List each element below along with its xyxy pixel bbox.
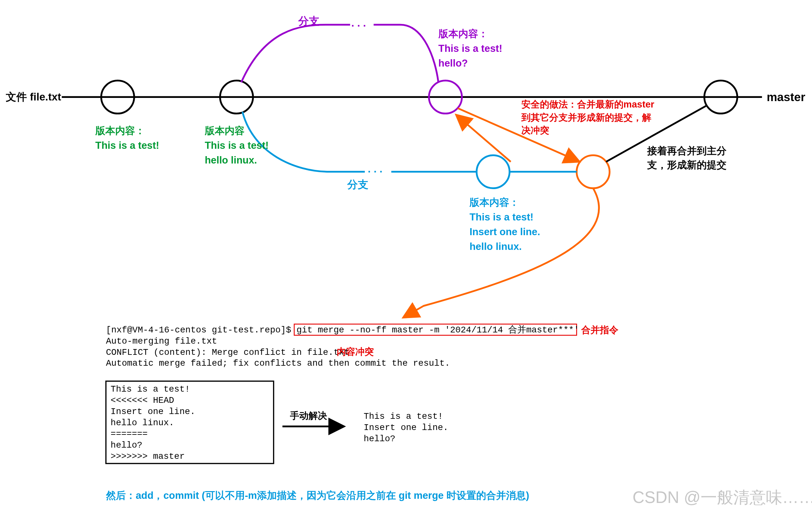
arrow-merge-up <box>456 115 511 161</box>
master-label: master <box>766 91 805 104</box>
diagram-svg: · · · 分支 · · · 分支 文件 file.txt master 版本内… <box>0 0 812 518</box>
safe-note-3: 决冲突 <box>521 125 549 135</box>
footer-text: 然后：add，commit (可以不用-m添加描述，因为它会沿用之前在 git … <box>106 490 529 501</box>
ellipsis-top: · · · <box>351 20 366 32</box>
watermark: CSDN @一般清意味…… <box>633 488 812 507</box>
res-l1: This is a test! <box>364 412 443 421</box>
term-cmd: git merge --no-ff master -m '2024/11/14 … <box>297 325 579 335</box>
c2-l1: This is a test! <box>205 140 269 151</box>
file-label: 文件 file.txt <box>6 91 61 103</box>
res-l2: Insert one line. <box>364 423 448 433</box>
cf-l6: hello? <box>111 440 142 450</box>
branch-bottom-label: 分支 <box>347 179 368 190</box>
c1-title: 版本内容： <box>95 125 145 136</box>
c4-l3: hello linux. <box>469 241 522 252</box>
c2-l2: hello linux. <box>205 155 257 166</box>
cf-l5: ======= <box>111 429 148 439</box>
c4-l2: Insert one line. <box>469 226 540 237</box>
manual-fix-label: 手动解决 <box>290 410 327 421</box>
safe-note-1: 安全的做法：合并最新的master <box>521 99 654 110</box>
c1-l1: This is a test! <box>95 140 160 151</box>
term-out2: CONFLICT (content): Merge conflict in fi… <box>106 347 349 357</box>
c3-title: 版本内容： <box>438 28 488 39</box>
commit-merge <box>577 155 610 188</box>
conflict-label: 内容冲突 <box>337 346 374 357</box>
c2-title: 版本内容 <box>205 125 244 136</box>
branch-top-label: 分支 <box>298 15 319 27</box>
safe-note-2: 到其它分支并形成新的提交，解 <box>521 112 651 123</box>
ellipsis-bot: · · · <box>368 166 382 178</box>
branch-top-path <box>241 25 350 82</box>
cf-l7: >>>>>>> master <box>111 452 185 461</box>
merge-label: 合并指令 <box>581 325 618 335</box>
term-out3: Automatic merge failed; fix conflicts an… <box>106 358 450 368</box>
res-l3: hello? <box>364 434 395 444</box>
commit-bottom <box>476 155 510 188</box>
c4-title: 版本内容： <box>469 197 519 208</box>
then-note-1: 接着再合并到主分 <box>647 145 727 156</box>
branch-top-path2 <box>374 25 438 82</box>
cf-l1: This is a test! <box>111 384 190 394</box>
cf-l2: <<<<<<< HEAD <box>111 395 174 405</box>
cf-l4: hello linux. <box>111 418 174 428</box>
term-out1: Auto-merging file.txt <box>106 336 217 346</box>
c3-l1: This is a test! <box>438 43 502 54</box>
c3-l2: hello? <box>438 58 468 69</box>
then-note-2: 支，形成新的提交 <box>647 159 727 171</box>
cf-l3: Insert one line. <box>111 407 196 417</box>
term-line1: [nxf@VM-4-16-centos git-test.repo]$ <box>106 325 291 335</box>
c4-l1: This is a test! <box>469 212 533 223</box>
